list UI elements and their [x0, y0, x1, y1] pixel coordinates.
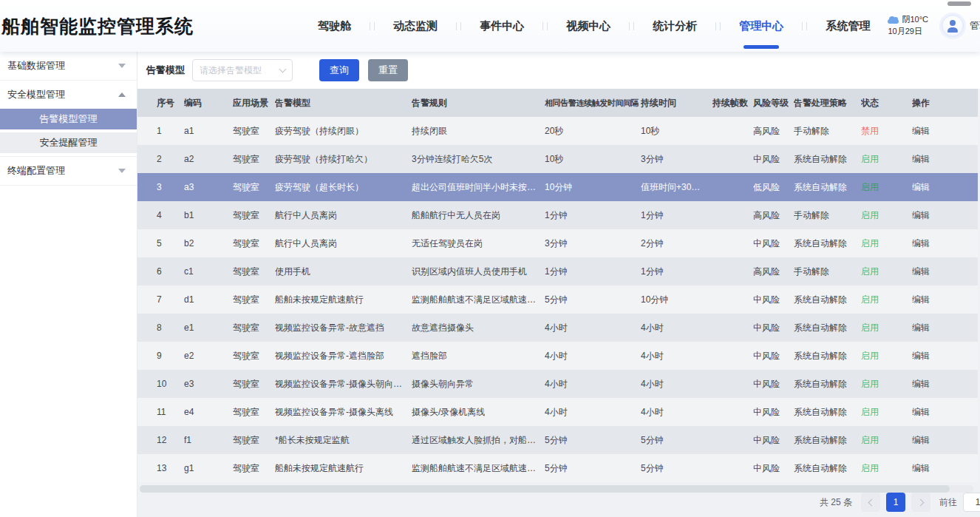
page-1-button[interactable]: 1 [886, 493, 905, 512]
edit-link[interactable]: 编辑 [912, 379, 930, 389]
edit-link[interactable]: 编辑 [912, 154, 930, 164]
cell-frames [712, 257, 753, 285]
nav-separator [715, 22, 721, 30]
cell-status: 启用 [861, 285, 912, 314]
table-row-10[interactable]: 10e3驾驶室视频监控设备异常-摄像头朝向异常摄像头朝向异常4小时4小时中风险系… [137, 370, 978, 398]
cell-strategy: 系统自动解除 [794, 229, 861, 257]
edit-link[interactable]: 编辑 [912, 351, 930, 361]
nav-item-4[interactable]: 视频中心 [566, 0, 610, 52]
table-row-8[interactable]: 8e1驾驶室视频监控设备异常-故意遮挡故意遮挡摄像头4小时4小时中风险系统自动解… [137, 314, 978, 342]
username[interactable]: 管理 [970, 19, 980, 33]
table-row-5[interactable]: 5b2驾驶室航行中人员离岗无适任驾驶员在岗3分钟2分钟中风险系统自动解除启用编辑 [137, 229, 978, 257]
cell-code: a2 [184, 145, 233, 173]
cell-index: 3 [137, 173, 184, 201]
nav-item-5[interactable]: 统计分析 [653, 0, 697, 52]
top-header: 船舶智能监控管理系统 驾驶舱动态监测事件中心视频中心统计分析管理中心系统管理 阴… [0, 0, 980, 52]
status-badge: 启用 [861, 182, 879, 192]
cell-scene: 驾驶室 [233, 342, 275, 370]
cell-frames [712, 201, 753, 229]
cell-code: c1 [184, 257, 233, 285]
cell-model: 船舶未按规定航速航行 [275, 285, 412, 314]
cell-action: 编辑 [912, 285, 978, 314]
cell-risk: 中风险 [753, 370, 794, 398]
table-row-4[interactable]: 4b1驾驶室航行中人员离岗船舶航行中无人员在岗1分钟1分钟高风险手动解除启用编辑 [137, 201, 978, 229]
cell-status: 启用 [861, 342, 912, 370]
weather-widget: 阴10°C 10月29日 [888, 14, 928, 38]
cell-duration: 值班时间+30分钟 [641, 173, 712, 201]
cell-risk: 中风险 [753, 314, 794, 342]
pagination: 共 25 条 1 前往 [820, 491, 980, 513]
table-row-2[interactable]: 2a2驾驶室疲劳驾驶（持续打哈欠）3分钟连续打哈欠5次10秒3分钟中风险系统自动… [137, 145, 978, 173]
col-header-rule: 告警规则 [412, 89, 545, 117]
edit-link[interactable]: 编辑 [912, 407, 930, 417]
cell-action: 编辑 [912, 229, 978, 257]
sidebar-item-2-1[interactable]: 告警模型管理 [0, 109, 137, 129]
sidebar-group-label: 终端配置管理 [7, 164, 65, 178]
nav-item-2[interactable]: 动态监测 [393, 0, 438, 52]
nav-item-3[interactable]: 事件中心 [480, 0, 524, 52]
table-row-3[interactable]: 3a3驾驶室疲劳驾驶（超长时长）超出公司值班时间半小时未按规定交接10分钟值班时… [137, 173, 978, 201]
cell-strategy: 手动解除 [794, 201, 861, 229]
status-badge: 启用 [861, 322, 879, 333]
table-header-row: 序号编码应用场景告警模型告警规则相同告警连续触发时间间隔持续时间持续帧数风险等级… [137, 89, 978, 117]
cell-action: 编辑 [912, 145, 978, 173]
table-row-7[interactable]: 7d1驾驶室船舶未按规定航速航行监测船舶航速不满足区域航速限制规定5分钟10分钟… [137, 285, 978, 314]
cell-action: 编辑 [912, 370, 978, 398]
nav-item-7[interactable]: 系统管理 [826, 0, 870, 52]
cell-strategy: 系统自动解除 [794, 426, 861, 454]
cell-duration: 4小时 [641, 314, 712, 342]
edit-link[interactable]: 编辑 [912, 238, 930, 249]
cell-index: 5 [137, 229, 184, 257]
chevron-down-icon [118, 169, 126, 173]
sidebar-group-3[interactable]: 终端配置管理 [0, 157, 137, 185]
goto-label: 前往 [939, 496, 957, 509]
cell-model: 疲劳驾驶（持续闭眼） [275, 117, 412, 145]
col-header-duration: 持续时间 [641, 89, 712, 117]
cell-interval: 10秒 [545, 145, 641, 173]
weather-condition: 阴10°C [902, 14, 928, 26]
nav-item-1[interactable]: 驾驶舱 [318, 0, 351, 52]
goto-page-input[interactable] [963, 493, 980, 512]
cell-frames [712, 342, 753, 370]
cell-status: 启用 [861, 370, 912, 398]
table-row-11[interactable]: 11e4驾驶室视频监控设备异常-摄像头离线摄像头/录像机离线4小时4小时中风险系… [137, 398, 978, 426]
alarm-model-select[interactable]: 请选择告警模型 [192, 59, 293, 81]
edit-link[interactable]: 编辑 [912, 182, 930, 192]
sidebar-group-2[interactable]: 安全模型管理 [0, 81, 137, 109]
cell-interval: 4小时 [545, 314, 641, 342]
edit-link[interactable]: 编辑 [912, 463, 930, 473]
avatar[interactable] [942, 15, 964, 37]
cell-index: 4 [137, 201, 184, 229]
cell-risk: 中风险 [753, 229, 794, 257]
search-button[interactable]: 查询 [319, 59, 359, 81]
cell-scene: 驾驶室 [233, 229, 275, 257]
reset-button[interactable]: 重置 [368, 59, 408, 81]
next-page-button[interactable] [911, 493, 930, 512]
table-row-6[interactable]: 6c1驾驶室使用手机识别区域内值班人员使用手机1分钟1分钟高风险手动解除启用编辑 [137, 257, 978, 285]
edit-link[interactable]: 编辑 [912, 266, 930, 277]
cell-strategy: 手动解除 [794, 117, 861, 145]
cell-duration: 4小时 [641, 398, 712, 426]
cell-action: 编辑 [912, 454, 978, 482]
table-row-13[interactable]: 13g1驾驶室船舶未按规定航速航行监测船舶航速不满足区域航速限制规定5分钟5分钟… [137, 454, 978, 482]
table-row-12[interactable]: 12f1驾驶室*船长未按规定监航通过区域触发人脸抓拍，对船长身份...5分钟5分… [137, 426, 978, 454]
cell-duration: 1分钟 [641, 201, 712, 229]
cell-risk: 高风险 [753, 201, 794, 229]
edit-link[interactable]: 编辑 [912, 294, 930, 305]
edit-link[interactable]: 编辑 [912, 210, 930, 220]
cell-risk: 低风险 [753, 173, 794, 201]
cell-model: 疲劳驾驶（超长时长） [275, 173, 412, 201]
edit-link[interactable]: 编辑 [912, 322, 930, 333]
col-header-risk: 风险等级 [753, 89, 794, 117]
prev-page-button[interactable] [861, 493, 880, 512]
table-row-9[interactable]: 9e2驾驶室视频监控设备异常-遮挡脸部遮挡脸部4小时4小时中风险系统自动解除启用… [137, 342, 978, 370]
edit-link[interactable]: 编辑 [912, 126, 930, 136]
col-header-index: 序号 [137, 89, 184, 117]
screen: 船舶智能监控管理系统 驾驶舱动态监测事件中心视频中心统计分析管理中心系统管理 阴… [0, 0, 980, 517]
cell-action: 编辑 [912, 257, 978, 285]
nav-item-6[interactable]: 管理中心 [739, 0, 783, 52]
sidebar-item-2-2[interactable]: 安全提醒管理 [0, 132, 137, 153]
edit-link[interactable]: 编辑 [912, 435, 930, 445]
sidebar-group-1[interactable]: 基础数据管理 [0, 52, 137, 80]
table-row-1[interactable]: 1a1驾驶室疲劳驾驶（持续闭眼）持续闭眼20秒10秒高风险手动解除禁用编辑 [137, 117, 978, 145]
